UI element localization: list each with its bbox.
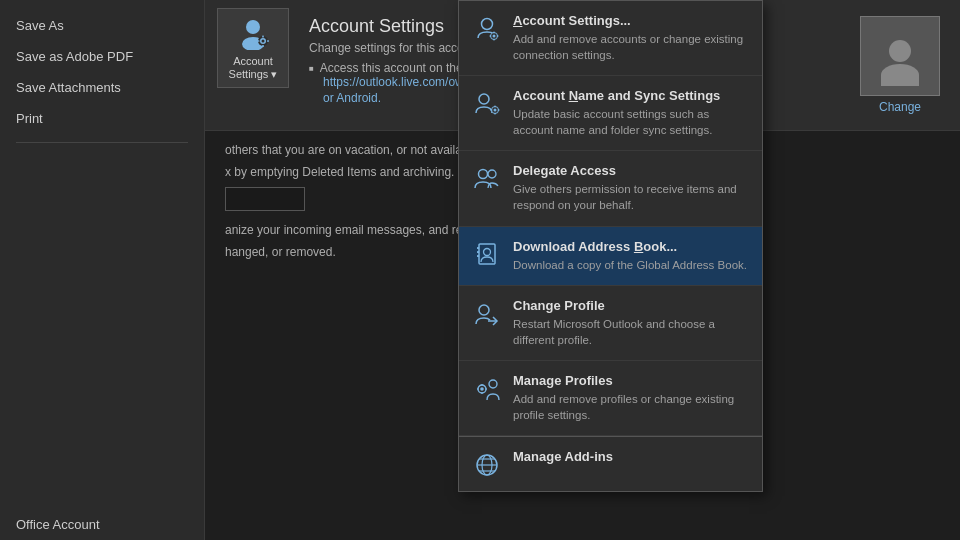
svg-point-32 bbox=[480, 387, 484, 391]
dropdown-title-delegate: Delegate Access bbox=[513, 163, 748, 178]
svg-point-0 bbox=[246, 20, 260, 34]
avatar-person bbox=[875, 26, 925, 86]
delegate-icon bbox=[473, 165, 501, 193]
account-settings-menu-icon bbox=[473, 15, 501, 43]
dropdown-text-address-book: Download Address Book... Download a copy… bbox=[513, 239, 748, 273]
dropdown-title-name-sync: Account Name and Sync Settings bbox=[513, 88, 748, 103]
svg-rect-22 bbox=[498, 109, 500, 110]
svg-rect-19 bbox=[494, 106, 495, 108]
svg-point-16 bbox=[479, 94, 489, 104]
archive-input[interactable] bbox=[225, 187, 305, 211]
svg-point-37 bbox=[489, 380, 497, 388]
dropdown-item-address-book[interactable]: Download Address Book... Download a copy… bbox=[459, 227, 762, 286]
svg-rect-15 bbox=[497, 35, 499, 36]
avatar-head bbox=[889, 40, 911, 62]
avatar-area: Change bbox=[852, 8, 948, 122]
dropdown-title-address-book: Download Address Book... bbox=[513, 239, 748, 254]
svg-rect-14 bbox=[490, 35, 492, 36]
svg-rect-35 bbox=[477, 388, 479, 389]
dropdown-item-manage-profiles[interactable]: Manage Profiles Add and remove profiles … bbox=[459, 361, 762, 436]
account-settings-button[interactable]: Account Settings ▾ bbox=[217, 8, 289, 88]
svg-rect-12 bbox=[493, 32, 494, 34]
svg-point-18 bbox=[494, 109, 497, 112]
svg-rect-28 bbox=[477, 251, 479, 253]
dropdown-text-change-profile: Change Profile Restart Microsoft Outlook… bbox=[513, 298, 748, 348]
dropdown-item-manage-addins[interactable]: Manage Add-ins bbox=[459, 436, 762, 491]
svg-rect-33 bbox=[481, 384, 482, 386]
svg-point-23 bbox=[479, 170, 488, 179]
svg-point-9 bbox=[482, 19, 493, 30]
dropdown-text-account-settings: Account Settings... Add and remove accou… bbox=[513, 13, 748, 63]
svg-point-30 bbox=[479, 305, 489, 315]
dropdown-item-account-settings[interactable]: Account Settings... Add and remove accou… bbox=[459, 1, 762, 76]
sidebar-divider bbox=[16, 142, 188, 143]
main-area: Account Settings ▾ Account Settings Chan… bbox=[205, 0, 960, 540]
sidebar-item-office-account[interactable]: Office Account bbox=[0, 509, 204, 540]
svg-point-4 bbox=[262, 40, 265, 43]
dropdown-item-delegate[interactable]: Delegate Access Give others permission t… bbox=[459, 151, 762, 226]
svg-rect-34 bbox=[481, 392, 482, 394]
dropdown-menu: Account Settings... Add and remove accou… bbox=[458, 0, 763, 492]
svg-rect-7 bbox=[258, 40, 260, 42]
svg-point-11 bbox=[493, 35, 496, 38]
sidebar-item-save-adobe[interactable]: Save as Adobe PDF bbox=[0, 41, 204, 72]
dropdown-desc-name-sync: Update basic account settings such as ac… bbox=[513, 106, 748, 138]
avatar-box bbox=[860, 16, 940, 96]
sidebar-item-save-attachments[interactable]: Save Attachments bbox=[0, 72, 204, 103]
dropdown-item-change-profile[interactable]: Change Profile Restart Microsoft Outlook… bbox=[459, 286, 762, 361]
dropdown-desc-manage-profiles: Add and remove profiles or change existi… bbox=[513, 391, 748, 423]
svg-rect-36 bbox=[485, 388, 487, 389]
avatar-change-link[interactable]: Change bbox=[879, 100, 921, 114]
account-settings-icon bbox=[235, 15, 271, 51]
svg-point-26 bbox=[484, 248, 491, 255]
dropdown-text-manage-profiles: Manage Profiles Add and remove profiles … bbox=[513, 373, 748, 423]
svg-rect-5 bbox=[262, 36, 264, 38]
dropdown-desc-address-book: Download a copy of the Global Address Bo… bbox=[513, 257, 748, 273]
account-settings-button-label: Account Settings ▾ bbox=[229, 55, 278, 81]
dropdown-desc-change-profile: Restart Microsoft Outlook and choose a d… bbox=[513, 316, 748, 348]
svg-rect-13 bbox=[493, 39, 494, 41]
dropdown-text-name-sync: Account Name and Sync Settings Update ba… bbox=[513, 88, 748, 138]
svg-point-24 bbox=[488, 170, 496, 178]
address-book-icon bbox=[473, 241, 501, 269]
dropdown-title-change-profile: Change Profile bbox=[513, 298, 748, 313]
dropdown-title-manage-profiles: Manage Profiles bbox=[513, 373, 748, 388]
dropdown-desc-account-settings: Add and remove accounts or change existi… bbox=[513, 31, 748, 63]
sidebar-item-print[interactable]: Print bbox=[0, 103, 204, 134]
avatar-body bbox=[881, 64, 919, 86]
svg-rect-8 bbox=[267, 40, 269, 42]
svg-rect-20 bbox=[494, 113, 495, 115]
name-sync-icon bbox=[473, 90, 501, 118]
manage-addins-icon bbox=[473, 451, 501, 479]
svg-rect-27 bbox=[477, 247, 479, 249]
manage-profiles-icon bbox=[473, 375, 501, 403]
dropdown-desc-delegate: Give others permission to receive items … bbox=[513, 181, 748, 213]
dropdown-text-manage-addins: Manage Add-ins bbox=[513, 449, 748, 467]
svg-rect-6 bbox=[262, 45, 264, 47]
sidebar: Save As Save as Adobe PDF Save Attachmen… bbox=[0, 0, 205, 540]
dropdown-title-manage-addins: Manage Add-ins bbox=[513, 449, 748, 464]
sidebar-item-save-as[interactable]: Save As bbox=[0, 10, 204, 41]
svg-rect-21 bbox=[491, 109, 493, 110]
change-profile-icon bbox=[473, 300, 501, 328]
dropdown-title-account-settings: Account Settings... bbox=[513, 13, 748, 28]
dropdown-item-name-sync[interactable]: Account Name and Sync Settings Update ba… bbox=[459, 76, 762, 151]
svg-rect-29 bbox=[477, 255, 479, 257]
dropdown-text-delegate: Delegate Access Give others permission t… bbox=[513, 163, 748, 213]
